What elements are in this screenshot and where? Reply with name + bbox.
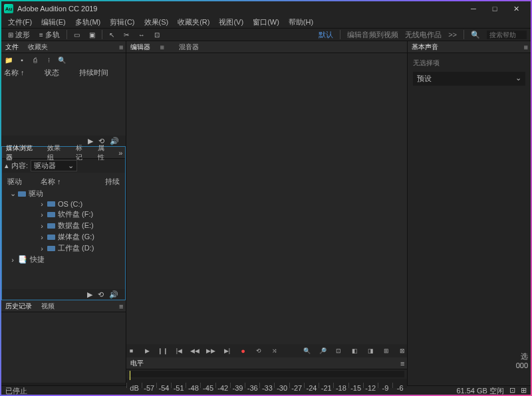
selection-tool-icon[interactable]: ⊡: [152, 31, 162, 39]
panel-overflow-icon[interactable]: »: [118, 149, 122, 157]
zoom-reset-button[interactable]: ⊠: [398, 346, 407, 355]
record-button[interactable]: ●: [238, 346, 247, 355]
open-file-icon[interactable]: 📁: [4, 56, 13, 64]
menu-m[interactable]: 多轨(M): [71, 17, 105, 27]
drive-label: 数据盘 (E:): [58, 221, 94, 231]
rewind-button[interactable]: ◀◀: [190, 346, 200, 355]
panel-menu-icon[interactable]: ≡: [524, 43, 528, 51]
menu-f[interactable]: 文件(F): [4, 17, 36, 27]
panel-menu-icon[interactable]: ≡: [400, 359, 404, 367]
menu-c[interactable]: 剪辑(C): [106, 17, 138, 27]
zoom-selection-button[interactable]: ⊡: [334, 346, 343, 355]
tree-col-drive[interactable]: 驱动: [7, 177, 41, 187]
chevron-down-icon[interactable]: ⌄: [10, 189, 15, 198]
tree-col-duration[interactable]: 持续: [105, 177, 120, 187]
ruler-tick: -30: [274, 383, 289, 388]
editor-menu-icon[interactable]: ≡: [160, 43, 164, 51]
preset-dropdown[interactable]: 预设⌄: [413, 72, 525, 86]
chevron-right-icon[interactable]: ›: [39, 200, 45, 208]
window-title: Adobe Audition CC 2019: [17, 5, 467, 13]
drive-item[interactable]: ›数据盘 (E:): [5, 220, 122, 231]
drive-item[interactable]: ›媒体盘 (G:): [5, 231, 122, 243]
column-duration[interactable]: 持续时间: [79, 68, 108, 78]
drive-icon: [47, 223, 55, 229]
play-icon[interactable]: ▶: [87, 290, 92, 299]
tab-editor[interactable]: 编辑器: [129, 43, 152, 52]
menu-s[interactable]: 效果(S): [140, 17, 173, 27]
maximize-button[interactable]: □: [488, 2, 501, 15]
move-tool-icon[interactable]: ↖: [106, 31, 117, 39]
record-icon[interactable]: ⎙: [31, 56, 40, 64]
search-icon[interactable]: 🔍: [57, 56, 66, 64]
menu-h[interactable]: 帮助(H): [285, 17, 317, 27]
menu-e[interactable]: 编辑(E): [37, 17, 70, 27]
loop-icon[interactable]: ⟲: [98, 290, 104, 299]
zoom-in-button[interactable]: 🔍: [302, 346, 311, 355]
chevron-right-icon[interactable]: ›: [39, 222, 45, 230]
tab-video[interactable]: 视频: [40, 302, 56, 311]
ruler-tick: -57: [142, 383, 156, 388]
zoom-out-time-button[interactable]: ◨: [366, 346, 375, 355]
workspace-default[interactable]: 默认: [319, 30, 333, 40]
ruler-tick: -12: [363, 383, 378, 388]
workspace-more[interactable]: >>: [448, 31, 457, 39]
tool-icon[interactable]: ▭: [71, 31, 82, 39]
ruler-tick: -6: [392, 383, 407, 388]
zoom-full-button[interactable]: ⊞: [382, 346, 391, 355]
minimize-button[interactable]: ─: [467, 2, 480, 15]
tab-levels[interactable]: 电平: [129, 359, 145, 368]
zoom-out-button[interactable]: 🔎: [318, 346, 327, 355]
panel-menu-icon[interactable]: ≡: [119, 43, 123, 51]
content-dropdown[interactable]: 驱动器⌄: [31, 160, 77, 171]
editor-canvas[interactable]: [126, 53, 407, 344]
zoom-in-time-button[interactable]: ◧: [350, 346, 359, 355]
chevron-right-icon[interactable]: ›: [10, 256, 15, 264]
drive-icon: [47, 212, 55, 217]
chevron-right-icon[interactable]: ›: [39, 245, 45, 252]
new-file-icon[interactable]: ▪: [17, 56, 27, 64]
drive-item[interactable]: ›软件盘 (F:): [5, 209, 122, 220]
razor-tool-icon[interactable]: ✂: [121, 31, 132, 39]
tab-favorites[interactable]: 收藏夹: [27, 43, 49, 52]
panel-menu-icon[interactable]: ≡: [119, 302, 123, 310]
skip-forward-button[interactable]: ▶|: [222, 346, 231, 355]
close-button[interactable]: ✕: [509, 2, 523, 15]
tab-history[interactable]: 历史记录: [4, 302, 33, 311]
tab-mixer[interactable]: 混音器: [178, 43, 200, 52]
multitrack-mode-button[interactable]: ≡ 多轨: [37, 30, 63, 40]
drive-item[interactable]: ›OS (C:): [5, 199, 122, 209]
play-button[interactable]: ▶: [142, 346, 152, 355]
forward-button[interactable]: ▶▶: [206, 346, 215, 355]
stop-button[interactable]: ■: [126, 346, 136, 355]
search-input[interactable]: [487, 31, 527, 39]
skip-back-button[interactable]: |◀: [174, 346, 184, 355]
list-icon[interactable]: ⁝: [44, 56, 53, 64]
tree-col-name[interactable]: 名称 ↑: [41, 177, 61, 187]
skip-selection-button[interactable]: ⤭: [270, 346, 279, 355]
tool-icon[interactable]: ▣: [86, 31, 98, 39]
loop-button[interactable]: ⟲: [254, 346, 263, 355]
menu-w[interactable]: 窗口(W): [249, 17, 283, 27]
workspace-edit-audio-video[interactable]: 编辑音频到视频: [347, 30, 398, 40]
chevron-right-icon[interactable]: ›: [39, 233, 45, 241]
status-stopped: 已停止: [5, 386, 27, 396]
tab-files[interactable]: 文件: [4, 43, 20, 52]
column-status[interactable]: 状态: [45, 68, 59, 78]
chevron-right-icon[interactable]: ›: [39, 211, 45, 219]
pause-button[interactable]: ❙❙: [158, 346, 168, 355]
menu-v[interactable]: 视图(V): [215, 17, 247, 27]
app-icon: Au: [4, 4, 13, 13]
tab-essential-sound[interactable]: 基本声音: [410, 43, 440, 52]
tree-root[interactable]: 驱动: [29, 189, 43, 199]
ruler-tick: -51: [171, 383, 186, 388]
slip-tool-icon[interactable]: ↔: [136, 31, 148, 39]
tree-shortcuts[interactable]: 快捷: [30, 254, 45, 264]
ruler-tick: -9: [378, 383, 392, 388]
menu-r[interactable]: 收藏夹(R): [174, 17, 213, 27]
shortcut-icon[interactable]: ▴: [5, 161, 9, 170]
waveform-mode-button[interactable]: ⊞ 波形: [5, 30, 33, 40]
drive-item[interactable]: ›工作盘 (D:): [5, 243, 122, 254]
workspace-radio[interactable]: 无线电作品: [405, 30, 442, 40]
autoplay-icon[interactable]: 🔊: [109, 290, 118, 299]
column-name[interactable]: 名称 ↑: [4, 68, 25, 78]
